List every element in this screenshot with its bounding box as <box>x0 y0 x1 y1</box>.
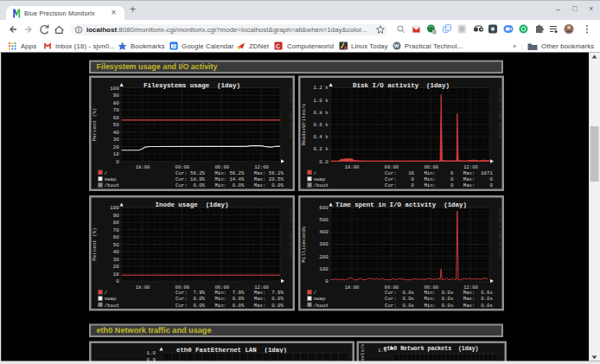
svg-text:80: 80 <box>113 100 119 106</box>
svg-text:1.0: 1.0 <box>147 350 156 356</box>
svg-text:0.2 k: 0.2 k <box>313 146 329 152</box>
svg-text:eth0 FastEthernet LAN (1day): eth0 FastEthernet LAN (1day) <box>176 347 287 354</box>
svg-text:RRDTOOL / TOBI OETIKER: RRDTOOL / TOBI OETIKER <box>289 88 292 138</box>
svg-text:Cur: 0.0s: Cur: 0.0s <box>385 296 414 302</box>
svg-text:Max: 0.6s: Max: 0.6s <box>463 290 493 296</box>
svg-text:Time spent in I/O activity (1: Time spent in I/O activity (1day) <box>335 201 467 208</box>
svg-text:50: 50 <box>113 122 119 128</box>
svg-text:0.8 k: 0.8 k <box>313 110 329 116</box>
svg-text:Max: 56.2%: Max: 56.2% <box>254 170 284 176</box>
svg-text:Cur: 0.0%: Cur: 0.0% <box>176 303 205 309</box>
svg-text:Min: 0.0s: Min: 0.0s <box>424 303 453 309</box>
svg-text:/boot: /boot <box>105 182 119 188</box>
svg-text:0: 0 <box>325 278 329 284</box>
svg-text:swap: swap <box>314 176 326 182</box>
svg-text:Min: 14.4%: Min: 14.4% <box>214 176 244 182</box>
svg-text:Max: 0.0s: Max: 0.0s <box>463 296 493 302</box>
svg-text:Cur: 0.0s: Cur: 0.0s <box>385 303 414 309</box>
svg-text:40: 40 <box>113 249 119 255</box>
svg-text:Filesystems usage (1day): Filesystems usage (1day) <box>144 82 240 89</box>
svg-text:eth0 Network traffic and usage: eth0 Network traffic and usage <box>97 326 212 335</box>
svg-text:Cur: 18.9%: Cur: 18.9% <box>176 176 205 182</box>
svg-text:Min: 56.2%: Min: 56.2% <box>214 170 244 176</box>
svg-text:100: 100 <box>319 266 329 272</box>
svg-text:90: 90 <box>113 93 119 99</box>
svg-text:0.6 k: 0.6 k <box>313 122 329 128</box>
svg-text:Cur: 0: Cur: 0 <box>385 182 414 188</box>
svg-text:10: 10 <box>113 151 119 157</box>
svg-text:200: 200 <box>319 254 329 260</box>
svg-text:10: 10 <box>113 271 119 278</box>
svg-text:400: 400 <box>319 229 329 235</box>
svg-text:Max: 1071: Max: 1071 <box>463 170 493 176</box>
svg-text:18:00: 18:00 <box>345 284 360 291</box>
svg-text:Min: 6: Min: 6 <box>424 170 453 176</box>
svg-text:Cur: 56.2%: Cur: 56.2% <box>176 170 205 176</box>
svg-text:Min: 0.0%: Min: 0.0% <box>214 303 244 309</box>
svg-text:600: 600 <box>319 205 329 211</box>
svg-text:70: 70 <box>113 227 119 233</box>
svg-text:swap: swap <box>105 176 117 182</box>
svg-text:Reads+Writes/s: Reads+Writes/s <box>301 104 307 146</box>
svg-text:0.0: 0.0 <box>319 159 329 165</box>
svg-text:Cur: 7.9%: Cur: 7.9% <box>176 290 205 296</box>
svg-text:Max: 0: Max: 0 <box>463 176 493 182</box>
svg-text:80: 80 <box>113 220 119 226</box>
svg-text:Max: 20.5%: Max: 20.5% <box>254 176 284 182</box>
svg-text:/: / <box>105 290 108 296</box>
svg-text:Percent (%): Percent (%) <box>92 227 98 260</box>
svg-text:Min: 0.0%: Min: 0.0% <box>214 296 244 302</box>
svg-text:Max: 0: Max: 0 <box>463 182 493 188</box>
svg-text:60: 60 <box>113 115 119 121</box>
svg-text:/boot: /boot <box>314 182 329 188</box>
svg-text:Min: 0.0s: Min: 0.0s <box>424 290 453 296</box>
svg-text:50: 50 <box>113 242 119 248</box>
svg-text:0: 0 <box>116 159 119 165</box>
svg-text:Max: 7.9%: Max: 7.9% <box>254 290 284 296</box>
svg-text:Milliseconds: Milliseconds <box>301 227 307 263</box>
svg-text:0: 0 <box>116 278 119 284</box>
svg-text:18:00: 18:00 <box>136 284 150 291</box>
svg-text:20: 20 <box>113 264 119 270</box>
svg-text:1.0: 1.0 <box>378 348 386 354</box>
svg-text:300: 300 <box>319 241 329 247</box>
svg-text:RRDTOOL / TOBI OETIKER: RRDTOOL / TOBI OETIKER <box>498 208 501 258</box>
svg-text:Min: 7.9%: Min: 7.9% <box>214 290 244 296</box>
svg-text:1.2 k: 1.2 k <box>313 85 329 91</box>
svg-text:Cur: 0.0%: Cur: 0.0% <box>176 182 205 188</box>
svg-text:/: / <box>314 170 317 176</box>
svg-text:Percent (%): Percent (%) <box>92 108 98 141</box>
svg-text:18:00: 18:00 <box>136 164 150 170</box>
svg-text:eth0 Network packets (1day): eth0 Network packets (1day) <box>384 345 479 352</box>
svg-text:Min: 0: Min: 0 <box>424 176 453 182</box>
svg-text:Min: 0: Min: 0 <box>424 182 453 188</box>
svg-text:/boot: /boot <box>314 303 329 309</box>
svg-text:Cur: 16: Cur: 16 <box>385 170 414 176</box>
svg-text:100: 100 <box>110 86 119 92</box>
svg-text:30: 30 <box>113 137 119 143</box>
svg-text:100: 100 <box>110 205 119 211</box>
svg-text:Max: 0.0%: Max: 0.0% <box>254 182 284 188</box>
svg-text:RRDTOOL / TOBI OETIKER: RRDTOOL / TOBI OETIKER <box>498 88 501 138</box>
svg-text:Max: 0.0%: Max: 0.0% <box>254 303 284 309</box>
svg-text:Cur: 0.0s: Cur: 0.0s <box>385 290 414 296</box>
svg-text:Max: 0.0%: Max: 0.0% <box>254 296 284 302</box>
svg-text:Max: 0.0s: Max: 0.0s <box>463 303 493 309</box>
svg-text:Cur: 0: Cur: 0 <box>385 176 414 182</box>
svg-text:0.4 k: 0.4 k <box>313 134 329 140</box>
svg-text:swap: swap <box>105 296 117 302</box>
svg-text:swap: swap <box>314 296 326 302</box>
svg-text:90: 90 <box>113 213 119 219</box>
svg-text:1.0 k: 1.0 k <box>313 98 329 104</box>
svg-text:RRDTOOL / TOBI OETIKER: RRDTOOL / TOBI OETIKER <box>289 208 292 258</box>
svg-text:60: 60 <box>113 234 119 240</box>
svg-text:30: 30 <box>113 257 119 263</box>
svg-text:18:00: 18:00 <box>345 164 360 170</box>
svg-text:40: 40 <box>113 130 119 136</box>
svg-text:Disk I/O activity (1day): Disk I/O activity (1day) <box>353 82 450 89</box>
svg-text:/: / <box>314 290 317 296</box>
svg-text:/boot: /boot <box>105 303 119 309</box>
svg-text:Cur: 0.0%: Cur: 0.0% <box>176 296 205 302</box>
svg-text:Min: 0.0s: Min: 0.0s <box>424 296 453 302</box>
svg-text:500: 500 <box>319 217 329 223</box>
